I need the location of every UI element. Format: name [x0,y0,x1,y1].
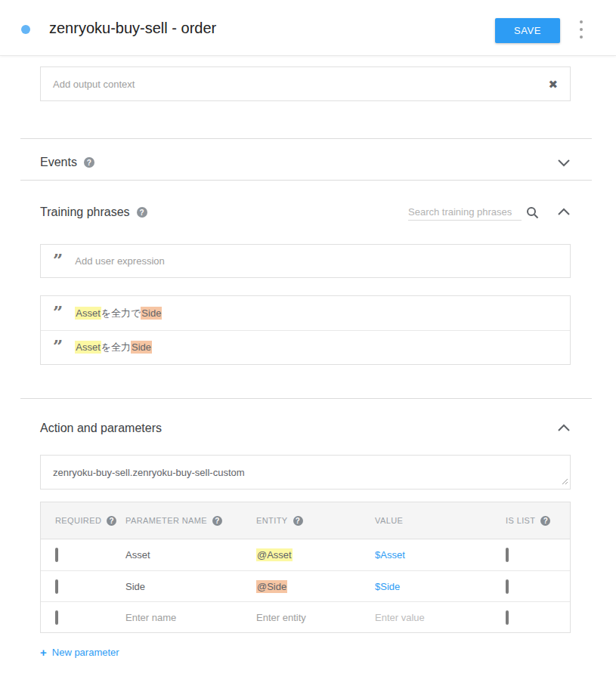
phrase-text: Assetを全力でSide [75,307,162,320]
parameters-table: REQUIRED ? PARAMETER NAME ? ENTITY ? VAL… [40,502,571,633]
parameter-entity[interactable]: @Side [256,580,287,593]
help-icon[interactable]: ? [137,207,147,218]
help-icon[interactable]: ? [212,516,222,526]
parameter-name-input[interactable]: Enter name [111,612,242,623]
events-title: Events [40,156,77,169]
entity-highlight-asset[interactable]: Asset [75,341,101,354]
divider [20,180,592,181]
training-phrases-search [408,204,539,221]
more-options-icon[interactable] [577,20,586,39]
intent-status-dot [21,25,30,34]
column-parameter-name: PARAMETER NAME ? [111,516,242,526]
page-title: zenryoku-buy-sell - order [49,20,216,37]
is-list-checkbox[interactable] [506,548,509,562]
add-user-expression-placeholder: Add user expression [75,255,165,267]
add-user-expression-field[interactable]: ” Add user expression [40,244,571,278]
training-phrases-title: Training phrases [40,205,130,219]
chevron-down-icon[interactable] [557,158,571,167]
required-checkbox[interactable] [55,548,58,562]
search-input[interactable] [408,204,522,221]
training-phrase-row[interactable]: ” Assetを全力でSide [41,296,570,330]
column-entity: ENTITY ? [242,516,361,526]
training-phrases-section-header: Training phrases ? [40,201,571,224]
parameter-row: Asset @Asset $Asset [41,539,570,570]
parameters-table-header: REQUIRED ? PARAMETER NAME ? ENTITY ? VAL… [41,502,570,539]
divider [20,398,592,399]
parameter-entity-input[interactable]: Enter entity [242,612,361,623]
close-icon[interactable]: ✖ [548,79,558,90]
entity-highlight-side[interactable]: Side [131,341,152,354]
quote-icon: ” [53,256,63,267]
parameter-value-input[interactable]: Enter value [361,612,491,623]
plus-icon: + [40,646,47,659]
column-is-list: IS LIST ? [491,516,570,526]
training-phrase-row[interactable]: ” Assetを全力Side [41,330,570,364]
phrase-text: Assetを全力Side [75,341,152,354]
add-output-context-field[interactable]: Add output context ✖ [40,66,571,101]
parameter-row-empty: Enter name Enter entity Enter value [41,601,570,632]
column-required: REQUIRED ? [41,516,111,526]
is-list-checkbox[interactable] [506,579,509,594]
search-icon[interactable] [526,206,539,219]
entity-highlight-side[interactable]: Side [141,307,162,320]
save-button[interactable]: SAVE [495,18,560,43]
resize-handle-icon[interactable] [562,476,568,487]
events-section-header[interactable]: Events ? [40,139,571,180]
quote-icon: ” [53,308,63,319]
parameter-name[interactable]: Asset [111,549,242,561]
column-value: VALUE [361,516,491,525]
chevron-up-icon[interactable] [557,208,571,217]
add-output-context-placeholder: Add output context [53,79,135,90]
action-parameters-title: Action and parameters [40,422,162,435]
parameter-value[interactable]: $Asset [375,549,405,561]
action-name-field[interactable]: zenryoku-buy-sell.zenryoku-buy-sell-cust… [40,455,571,490]
entity-highlight-asset[interactable]: Asset [75,307,101,320]
action-parameters-section-header: Action and parameters [40,417,571,440]
new-parameter-label: New parameter [52,647,119,658]
chevron-up-icon[interactable] [557,424,571,433]
parameter-entity[interactable]: @Asset [256,548,293,561]
quote-icon: ” [53,342,63,353]
required-checkbox[interactable] [55,610,58,625]
parameter-value[interactable]: $Side [375,581,400,592]
required-checkbox[interactable] [55,579,58,594]
help-icon[interactable]: ? [540,516,550,526]
new-parameter-button[interactable]: + New parameter [40,646,119,659]
parameter-row: Side @Side $Side [41,570,570,601]
help-icon[interactable]: ? [293,516,303,526]
action-name-value: zenryoku-buy-sell.zenryoku-buy-sell-cust… [53,467,245,478]
training-phrase-list: ” Assetを全力でSide ” Assetを全力Side [40,295,571,365]
parameter-name[interactable]: Side [111,581,242,592]
intent-header: zenryoku-buy-sell - order SAVE [0,0,616,56]
is-list-checkbox[interactable] [506,610,509,625]
help-icon[interactable]: ? [84,157,94,168]
